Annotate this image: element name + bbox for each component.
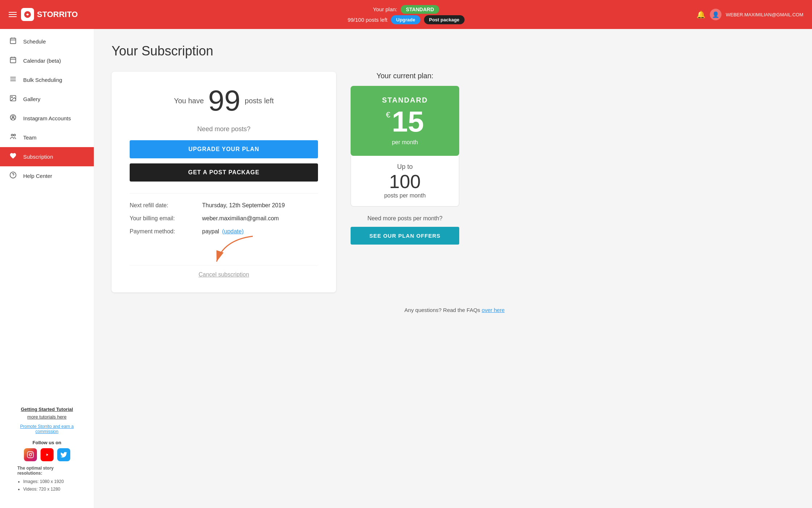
- posts-info-text: You have 99 posts left: [130, 86, 318, 115]
- current-plan-label: Your current plan:: [351, 72, 459, 80]
- hamburger-menu[interactable]: [9, 12, 17, 17]
- subscription-card: You have 99 posts left Need more posts? …: [112, 72, 336, 292]
- promote-link[interactable]: Promote Storrito and earn a commission: [9, 424, 85, 434]
- you-have-text: You have: [174, 97, 204, 105]
- sidebar-nav: Schedule Calendar (beta) Bulk Scheduling…: [0, 32, 94, 401]
- sidebar-item-label-team: Team: [23, 134, 37, 141]
- sidebar-item-label-calendar: Calendar (beta): [23, 58, 61, 64]
- more-tutorials-link[interactable]: more tutorials here: [9, 414, 85, 420]
- sidebar-item-calendar[interactable]: Calendar (beta): [0, 51, 94, 70]
- svg-rect-20: [27, 451, 33, 458]
- header-post-package-button[interactable]: Post package: [424, 15, 464, 24]
- bulk-scheduling-icon: [9, 75, 17, 84]
- app-body: Schedule Calendar (beta) Bulk Scheduling…: [0, 29, 812, 508]
- sidebar-item-gallery[interactable]: Gallery: [0, 89, 94, 109]
- billing-details: Next refill date: Thursday, 12th Septemb…: [130, 193, 318, 235]
- logo-icon: [21, 8, 34, 21]
- svg-point-15: [12, 116, 14, 118]
- payment-method-label: Payment method:: [130, 228, 202, 235]
- follow-us-section: Follow us on: [9, 440, 85, 461]
- plan-card-details: Up to 100 posts per month: [351, 156, 459, 207]
- posts-info: You have 99 posts left: [130, 86, 318, 115]
- sidebar-item-label-bulk: Bulk Scheduling: [23, 77, 62, 83]
- see-plans-button[interactable]: SEE OUR PLAN OFFERS: [351, 227, 459, 245]
- sidebar: Schedule Calendar (beta) Bulk Scheduling…: [0, 29, 94, 508]
- plan-period: per month: [359, 139, 451, 146]
- svg-rect-5: [11, 57, 16, 63]
- sidebar-item-subscription[interactable]: Subscription: [0, 147, 94, 166]
- posts-per-month: posts per month: [360, 192, 450, 199]
- calendar-icon: [9, 56, 17, 65]
- app-logo: STORRITO: [21, 8, 78, 21]
- svg-marker-23: [46, 453, 48, 456]
- sidebar-item-help-center[interactable]: Help Center: [0, 166, 94, 186]
- notification-bell-icon[interactable]: 🔔: [696, 10, 706, 19]
- posts-limit: 100: [360, 171, 450, 192]
- tutorial-link[interactable]: Getting Started Tutorial: [9, 407, 85, 412]
- logo-text: STORRITO: [37, 10, 78, 19]
- twitter-social-icon[interactable]: [57, 448, 70, 461]
- content-grid: You have 99 posts left Need more posts? …: [112, 72, 798, 292]
- sidebar-item-label-gallery: Gallery: [23, 96, 41, 102]
- posts-count: 99: [208, 86, 240, 115]
- resolution-title: The optimal story resolutions:: [17, 466, 76, 476]
- schedule-icon: [9, 37, 17, 46]
- gallery-icon: [9, 95, 17, 104]
- up-to-text: Up to: [360, 163, 450, 171]
- billing-email-label: Your billing email:: [130, 215, 202, 222]
- sidebar-item-schedule[interactable]: Schedule: [0, 32, 94, 51]
- upgrade-plan-button[interactable]: UPGRADE YOUR PLAN: [130, 140, 318, 158]
- svg-point-22: [32, 453, 33, 454]
- svg-point-21: [29, 453, 32, 456]
- plan-card: STANDARD € 15 per month: [351, 86, 459, 156]
- svg-point-16: [11, 134, 13, 136]
- need-more-text: Need more posts?: [130, 125, 318, 133]
- faq-text: Any questions? Read the FAQs: [405, 307, 480, 313]
- sidebar-item-label-help: Help Center: [23, 173, 52, 179]
- sidebar-item-bulk-scheduling[interactable]: Bulk Scheduling: [0, 70, 94, 89]
- need-more-per-month-label: Need more posts per month?: [351, 215, 459, 222]
- instagram-social-icon[interactable]: [24, 448, 37, 461]
- sidebar-item-label-subscription: Subscription: [23, 154, 53, 160]
- page-title: Your Subscription: [112, 43, 798, 59]
- subscription-icon: [9, 152, 17, 161]
- plan-price: 15: [392, 107, 424, 136]
- help-center-icon: [9, 171, 17, 180]
- plan-price-row: € 15: [359, 107, 451, 136]
- follow-us-label: Follow us on: [9, 440, 85, 445]
- header-right: 🔔 👤 WEBER.MAXIMILIAN@GMAIL.COM: [696, 9, 803, 20]
- app-header: STORRITO Your plan: STANDARD 99/100 post…: [0, 0, 812, 29]
- sidebar-bottom: Getting Started Tutorial more tutorials …: [0, 401, 94, 505]
- cancel-arrow: [195, 233, 267, 269]
- resolution-images: Images: 1080 x 1920: [23, 478, 76, 486]
- billing-row-refill: Next refill date: Thursday, 12th Septemb…: [130, 202, 318, 209]
- sidebar-item-label-instagram: Instagram Accounts: [23, 115, 71, 121]
- plan-card-name: STANDARD: [359, 96, 451, 104]
- svg-point-17: [14, 134, 16, 136]
- faq-link[interactable]: over here: [482, 307, 505, 313]
- faq-row: Any questions? Read the FAQs over here: [112, 307, 798, 313]
- resolution-videos: Videos: 720 x 1280: [23, 486, 76, 494]
- resolution-info: The optimal story resolutions: Images: 1…: [9, 466, 85, 499]
- youtube-social-icon[interactable]: [41, 448, 54, 461]
- plan-label: Your plan:: [373, 6, 397, 12]
- user-email: WEBER.MAXIMILIAN@GMAIL.COM: [726, 12, 803, 17]
- sidebar-item-team[interactable]: Team: [0, 128, 94, 147]
- header-center: Your plan: STANDARD 99/100 posts left Up…: [348, 5, 465, 24]
- svg-point-13: [12, 97, 12, 98]
- sidebar-item-instagram-accounts[interactable]: Instagram Accounts: [0, 109, 94, 128]
- right-panel: Your current plan: STANDARD € 15 per mon…: [351, 72, 459, 245]
- cancel-subscription-link[interactable]: Cancel subscription: [198, 271, 249, 278]
- instagram-accounts-icon: [9, 114, 17, 123]
- get-post-package-button[interactable]: GET A POST PACKAGE: [130, 163, 318, 182]
- svg-rect-1: [11, 38, 16, 43]
- billing-email-value: weber.maximilian@gmail.com: [202, 215, 279, 222]
- plan-currency: €: [386, 110, 390, 120]
- refill-value: Thursday, 12th September 2019: [202, 202, 285, 209]
- sidebar-item-label-schedule: Schedule: [23, 38, 46, 45]
- user-avatar-icon[interactable]: 👤: [710, 9, 721, 20]
- team-icon: [9, 133, 17, 142]
- header-upgrade-button[interactable]: Upgrade: [391, 15, 420, 24]
- posts-left-label: posts left: [245, 97, 274, 105]
- main-content: Your Subscription You have 99 posts left…: [94, 29, 812, 508]
